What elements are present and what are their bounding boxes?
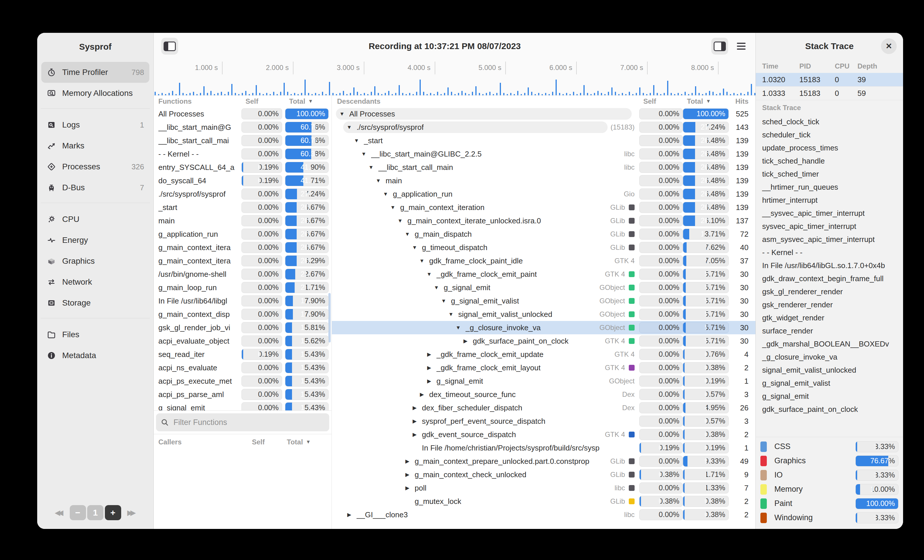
tree-row[interactable]: ▶__GI___clone3libc0.00%0.38%0.38%2: [332, 508, 756, 521]
tree-row[interactable]: ▶_gdk_frame_clock_emit_updateGTK 40.00%0…: [332, 348, 756, 361]
stack-frame[interactable]: gtk_widget_render: [756, 311, 903, 325]
stack-frame[interactable]: - - Kernel - -: [756, 246, 903, 259]
table-row[interactable]: main0.00%26.67%26.67%: [154, 214, 332, 228]
collapse-icon[interactable]: ▼: [418, 258, 426, 264]
stack-frame[interactable]: signal_emit_valist_unlocked: [756, 364, 903, 377]
sidebar-item-processes[interactable]: Processes326: [41, 156, 149, 177]
table-row[interactable]: seq_read_iter0.19%0.19%15.43%15.43%: [154, 348, 332, 361]
tree-row[interactable]: ▼All Processes0.00%100.00%100.00%525: [332, 107, 756, 121]
tree-row[interactable]: ▼__libc_start_main@GLIBC_2.2.5libc0.00%2…: [332, 147, 756, 161]
table-row[interactable]: acpi_ns_evaluate0.00%15.43%15.43%: [154, 361, 332, 374]
zoom-in-button[interactable]: +: [105, 505, 121, 520]
table-row[interactable]: g_application_run0.00%26.67%26.67%: [154, 228, 332, 241]
sidebar-item-d-bus[interactable]: D-Bus7: [41, 177, 149, 198]
tree-row[interactable]: ▼signal_emit_valist_unlockedGObject0.00%…: [332, 308, 756, 321]
tree-row[interactable]: In File /home/christian/Projects/sysprof…: [332, 441, 756, 455]
filter-functions-input[interactable]: [173, 418, 324, 427]
tree-row[interactable]: ▼g_main_dispatchGLib0.00%13.71%13.71%72: [332, 228, 756, 241]
collapse-icon[interactable]: ▼: [389, 205, 397, 211]
expand-icon[interactable]: ▶: [425, 364, 433, 371]
tree-row[interactable]: ▶g_main_context_check_unlockedGLib0.38%0…: [332, 468, 756, 481]
descendants-self-label[interactable]: Self: [639, 97, 683, 105]
tree-row[interactable]: ▼g_signal_emit_valistGObject0.00%5.71%5.…: [332, 294, 756, 308]
expand-icon[interactable]: ▶: [425, 378, 433, 384]
tree-row[interactable]: ▶g_main_context_prepare_unlocked.part.0.…: [332, 455, 756, 468]
collapse-icon[interactable]: ▼: [382, 191, 389, 197]
stack-frame[interactable]: gsk_gl_renderer_render: [756, 285, 903, 298]
close-button[interactable]: ✕: [881, 38, 897, 54]
tree-row[interactable]: ▼./src/sysprof/sysprof(15183)0.00%27.24%…: [332, 121, 756, 134]
tree-row[interactable]: ▼g_timeout_dispatchGLib0.00%7.62%7.62%40: [332, 241, 756, 254]
collapse-icon[interactable]: ▼: [454, 325, 462, 331]
stack-frame[interactable]: sysvec_apic_timer_interrupt: [756, 220, 903, 233]
collapse-icon[interactable]: ▼: [360, 151, 368, 157]
jump-back-button[interactable]: ◀◀: [50, 505, 68, 520]
expand-icon[interactable]: ▶: [411, 431, 418, 438]
expand-icon[interactable]: ▶: [404, 485, 411, 491]
sample-row[interactable]: 1.032015183039: [756, 73, 903, 87]
descendants-column-label[interactable]: Descendants: [337, 97, 639, 105]
expand-icon[interactable]: ▶: [404, 458, 411, 464]
menu-button[interactable]: [735, 40, 748, 52]
functions-column-label[interactable]: Functions: [158, 97, 238, 105]
descendants-total-label[interactable]: Total▼: [683, 97, 729, 105]
table-row[interactable]: In File /usr/lib64/libgl0.00%17.90%17.90…: [154, 294, 332, 308]
table-row[interactable]: ./src/sysprof/sysprof0.00%27.24%27.24%: [154, 187, 332, 201]
expand-icon[interactable]: ▶: [404, 472, 411, 478]
stack-frame[interactable]: tick_sched_handle: [756, 154, 903, 168]
collapse-icon[interactable]: ▼: [396, 218, 404, 224]
stack-frame[interactable]: gsk_renderer_render: [756, 298, 903, 311]
stack-frame[interactable]: asm_sysvec_apic_timer_interrupt: [756, 233, 903, 246]
panel-toggle-button[interactable]: [711, 38, 728, 55]
collapse-icon[interactable]: ▼: [411, 244, 418, 251]
stack-frame[interactable]: _gdk_marshal_BOOLEAN__BOXEDv: [756, 337, 903, 350]
expand-icon[interactable]: ▶: [462, 338, 469, 344]
sidebar-item-time-profiler[interactable]: Time Profiler798: [41, 62, 149, 83]
jump-forward-button[interactable]: ▶▶: [122, 505, 141, 520]
callers-total-label[interactable]: Total▼: [283, 438, 326, 446]
sidebar-item-marks[interactable]: Marks: [41, 135, 149, 156]
stack-frame[interactable]: scheduler_tick: [756, 129, 903, 141]
tree-row[interactable]: ▶sysprof_perf_event_source_dispatch0.00%…: [332, 415, 756, 428]
collapse-icon[interactable]: ▼: [367, 165, 375, 171]
stack-frame[interactable]: sched_clock_tick: [756, 115, 903, 129]
stack-frame[interactable]: gdk_draw_context_begin_frame_full: [756, 272, 903, 285]
table-row[interactable]: g_signal_emit0.00%15.43%15.43%: [154, 401, 332, 410]
stack-frame[interactable]: tick_sched_timer: [756, 168, 903, 181]
collapse-icon[interactable]: ▼: [375, 178, 382, 184]
table-row[interactable]: g_main_loop_run0.00%21.71%21.71%: [154, 281, 332, 294]
tree-row[interactable]: ▼main0.00%26.48%26.48%139: [332, 174, 756, 187]
functions-scrollbar[interactable]: [328, 293, 331, 343]
collapse-icon[interactable]: ▼: [433, 284, 440, 291]
tree-row[interactable]: ▶dex_fiber_scheduler_dispatchDex0.00%4.9…: [332, 401, 756, 415]
expand-icon[interactable]: ▶: [425, 351, 433, 358]
collapse-icon[interactable]: ▼: [447, 311, 455, 317]
sidebar-toggle-button[interactable]: [161, 38, 178, 55]
tree-row[interactable]: ▼g_signal_emitGObject0.00%5.71%5.71%30: [332, 281, 756, 294]
sidebar-item-graphics[interactable]: Graphics: [41, 251, 149, 272]
tree-row[interactable]: ▶_gdk_frame_clock_emit_layoutGTK 40.00%0…: [332, 361, 756, 374]
table-row[interactable]: acpi_ps_execute_met0.00%15.43%15.43%: [154, 374, 332, 388]
tree-row[interactable]: ▶polllibc0.00%1.33%1.33%7: [332, 481, 756, 495]
collapse-icon[interactable]: ▼: [338, 111, 346, 117]
tree-row[interactable]: ▼_gdk_frame_clock_emit_paintGTK 40.00%5.…: [332, 268, 756, 281]
stack-frame[interactable]: g_signal_emit_valist: [756, 377, 903, 390]
sidebar-item-cpu[interactable]: CPU: [41, 209, 149, 230]
callers-column-label[interactable]: Callers: [158, 438, 248, 446]
table-row[interactable]: g_main_context_itera0.00%26.29%26.29%: [154, 254, 332, 268]
collapse-icon[interactable]: ▼: [440, 298, 447, 304]
sidebar-item-logs[interactable]: Logs1: [41, 114, 149, 135]
tree-row[interactable]: ▼g_main_context_iterate_unlocked.isra.0G…: [332, 214, 756, 228]
sidebar-item-storage[interactable]: Storage: [41, 292, 149, 313]
table-row[interactable]: _start0.00%26.67%26.67%: [154, 201, 332, 214]
table-row[interactable]: - - Kernel - -0.00%60.38%60.38%: [154, 147, 332, 161]
table-row[interactable]: g_main_context_disp0.00%17.90%17.90%: [154, 308, 332, 321]
sidebar-item-network[interactable]: Network: [41, 272, 149, 292]
cpu-activity-sparkline[interactable]: [154, 76, 756, 96]
tree-row[interactable]: ▼_g_closure_invoke_vaGObject0.00%5.71%5.…: [332, 321, 756, 334]
filter-functions-box[interactable]: [156, 413, 329, 431]
expand-icon[interactable]: ▶: [418, 391, 426, 398]
zoom-out-button[interactable]: −: [70, 505, 86, 520]
tree-row[interactable]: ▼_start0.00%26.48%26.48%139: [332, 134, 756, 147]
collapse-icon[interactable]: ▼: [353, 138, 360, 144]
